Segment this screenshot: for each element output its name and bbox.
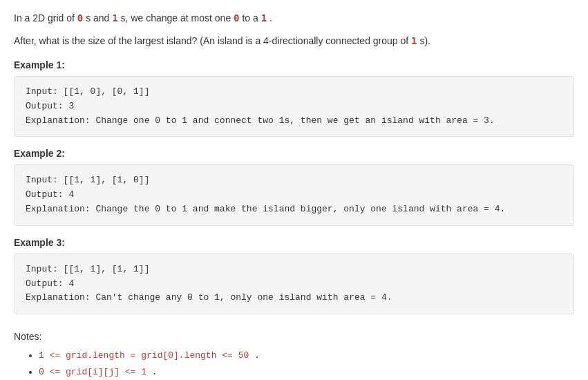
one-badge: 1	[112, 12, 117, 23]
example-2-input: Input: [[1, 1], [1, 0]]	[26, 173, 562, 188]
example-3-explanation: Explanation: Can't change any 0 to 1, on…	[26, 291, 562, 305]
notes-item-1-text: 1 <= grid.length = grid[0].length <= 50	[39, 350, 249, 361]
example-3: Example 3: Input: [[1, 1], [1, 1]] Outpu…	[14, 237, 574, 314]
intro-line2: After, what is the size of the largest i…	[14, 34, 574, 48]
intro-paragraph: In a 2D grid of 0 s and 1 s, we change a…	[14, 11, 574, 26]
notes-item-1-period: .	[249, 350, 260, 361]
example-1: Example 1: Input: [[1, 0], [0, 1]] Outpu…	[14, 59, 574, 137]
example-3-output: Output: 4	[26, 277, 562, 292]
example-1-title: Example 1:	[14, 59, 574, 70]
notes-list: 1 <= grid.length = grid[0].length <= 50 …	[39, 348, 574, 380]
example-2-explanation: Explanation: Change the 0 to 1 and make …	[26, 202, 562, 217]
one2-badge: 1	[261, 12, 267, 23]
example-2-title: Example 2:	[14, 148, 574, 159]
example-2-output: Output: 4	[26, 188, 562, 202]
example-1-explanation: Explanation: Change one 0 to 1 and conne…	[26, 114, 562, 129]
example-1-output: Output: 3	[26, 99, 562, 114]
example-1-input: Input: [[1, 0], [0, 1]]	[26, 85, 562, 99]
example-3-title: Example 3:	[14, 237, 574, 248]
notes-item-2-text: 0 <= grid[i][j] <= 1	[39, 367, 146, 377]
notes-item-2: 0 <= grid[i][j] <= 1 .	[39, 364, 574, 380]
notes-item-1: 1 <= grid.length = grid[0].length <= 50 …	[39, 348, 574, 363]
notes-section: Notes: 1 <= grid.length = grid[0].length…	[14, 331, 574, 380]
zero-badge: 0	[77, 12, 83, 23]
example-2: Example 2: Input: [[1, 1], [1, 0]] Outpu…	[14, 148, 574, 225]
example-3-input: Input: [[1, 1], [1, 1]]	[26, 263, 562, 277]
notes-item-2-period: .	[146, 367, 158, 377]
zero2-badge: 0	[234, 12, 239, 23]
example-1-block: Input: [[1, 0], [0, 1]] Output: 3 Explan…	[14, 76, 574, 137]
example-2-block: Input: [[1, 1], [1, 0]] Output: 4 Explan…	[14, 164, 574, 225]
one3-badge: 1	[411, 35, 417, 46]
notes-title: Notes:	[14, 331, 574, 342]
example-3-block: Input: [[1, 1], [1, 1]] Output: 4 Explan…	[14, 254, 574, 314]
